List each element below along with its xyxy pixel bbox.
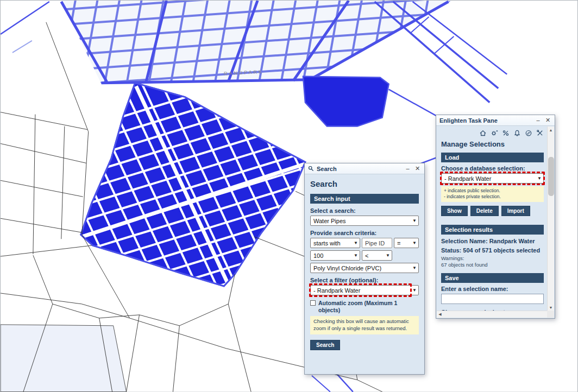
chevron-down-icon: ▼ (412, 241, 417, 245)
chevron-down-icon: ▼ (412, 218, 417, 223)
horizontal-scrollbar[interactable]: ◀ (437, 311, 547, 318)
scroll-up-icon[interactable]: ▲ (548, 127, 555, 133)
save-section-header: Save (441, 273, 544, 283)
selection-name-input[interactable] (441, 294, 544, 304)
selections-percent-icon[interactable] (502, 129, 510, 137)
search-titlebar[interactable]: Search – ✕ (305, 163, 424, 174)
criteria-material-select[interactable]: Poly Vinyl Chloride (PVC) ▼ (310, 263, 419, 273)
chevron-down-icon: ▼ (386, 253, 390, 258)
scrollbar-corner (547, 311, 554, 318)
search-window-title: Search (317, 166, 401, 172)
enlighten-task-pane: Enlighten Task Pane – ✕ (436, 115, 555, 319)
private-selection-note: - indicates private selection. (444, 194, 541, 200)
search-icon (308, 166, 314, 172)
criteria-field-input[interactable]: Pipe ID (362, 238, 392, 248)
scrollbar-thumb[interactable] (548, 157, 554, 196)
manage-selections-heading: Manage Selections (441, 140, 544, 148)
criteria-operator-select[interactable]: starts with ▼ (310, 238, 360, 248)
database-selection-label: Choose a database selection: (441, 165, 544, 172)
import-button[interactable]: Import (501, 206, 530, 216)
filter-select[interactable]: - Randpark Water ▼ (310, 285, 419, 295)
selection-results-section-header: Selection results (441, 225, 544, 235)
tools-icon[interactable] (536, 129, 544, 137)
database-selection-select[interactable]: - Randpark Water ▼ (441, 173, 544, 184)
criteria-comparator-select[interactable]: = ▼ (394, 238, 419, 248)
automatic-zoom-label: Automatic zoom (Maximum 1 objects) (318, 300, 419, 313)
criteria-comparator2-select[interactable]: < ▼ (362, 250, 392, 261)
warnings-label: Warnings: (441, 255, 544, 261)
settings-plus-icon[interactable] (491, 129, 498, 137)
close-icon[interactable]: ✕ (544, 117, 551, 123)
delete-button[interactable]: Delete (470, 206, 499, 216)
task-pane-titlebar[interactable]: Enlighten Task Pane – ✕ (436, 115, 555, 126)
warnings-detail: 67 objects not found (441, 262, 544, 268)
chevron-down-icon: ▼ (354, 253, 358, 258)
selection-name-text: Selection Name: Randpark Water (441, 237, 544, 245)
home-icon[interactable] (479, 129, 487, 137)
chevron-down-icon: ▼ (412, 265, 417, 270)
search-input-section-header: Search input (310, 194, 419, 204)
selection-legend-note: + indicates public selection. - indicate… (441, 186, 544, 202)
public-selection-note: + indicates public selection. (444, 188, 541, 194)
search-type-select[interactable]: Water Pipes ▼ (310, 216, 419, 226)
select-search-label: Select a search: (310, 207, 419, 214)
close-icon[interactable]: ✕ (414, 166, 421, 172)
selection-name-label: Enter a selection name: (441, 286, 544, 292)
vertical-scrollbar[interactable]: ▲ ▼ (547, 127, 554, 311)
scroll-down-icon[interactable]: ▼ (548, 304, 555, 311)
search-button[interactable]: Search (310, 340, 340, 350)
load-section-header: Load (441, 153, 544, 162)
notifications-bell-icon[interactable] (513, 129, 521, 137)
filter-label: Select a filter (optional): (310, 277, 419, 283)
search-heading: Search (310, 179, 419, 188)
minimize-button[interactable]: – (535, 117, 542, 123)
criteria-value-select[interactable]: 100 ▼ (310, 250, 360, 261)
chevron-down-icon: ▼ (537, 176, 542, 181)
scroll-left-icon[interactable]: ◀ (437, 311, 443, 318)
criteria-label: Provide search criteria: (310, 230, 419, 236)
show-button[interactable]: Show (441, 206, 468, 216)
task-pane-title: Enlighten Task Pane (439, 117, 532, 124)
application-window: RANDPARK Search – ✕ Search Search input … (0, 0, 578, 392)
edit-circle-icon[interactable] (525, 129, 532, 137)
task-pane-toolbar (441, 129, 544, 137)
minimize-button[interactable]: – (404, 166, 411, 172)
chevron-down-icon: ▼ (354, 241, 358, 245)
search-window: Search – ✕ Search Search input Select a … (304, 163, 425, 375)
automatic-zoom-checkbox[interactable] (310, 300, 316, 306)
selection-status-text: Status: 504 of 571 objects selected (441, 246, 544, 254)
chevron-down-icon: ▼ (412, 288, 417, 293)
auto-zoom-note: Checking this box will cause an automati… (310, 316, 419, 334)
